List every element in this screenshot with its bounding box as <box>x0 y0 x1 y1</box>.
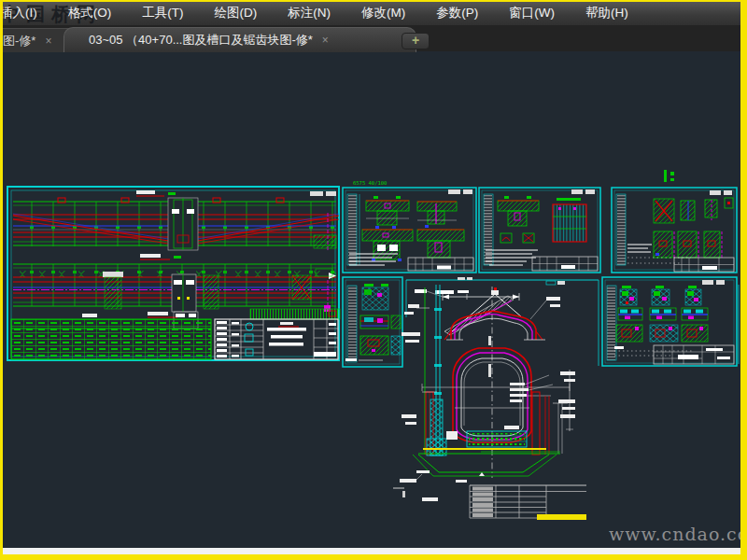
frame-border-left <box>0 0 3 560</box>
menu-window[interactable]: 窗口(W) <box>509 5 555 21</box>
menu-draw[interactable]: 绘图(D) <box>215 5 258 21</box>
sheet-notch-details-1 <box>343 188 476 273</box>
grid-row-2 <box>618 308 708 320</box>
menu-parametric[interactable]: 参数(P) <box>436 5 478 21</box>
legend-table <box>393 485 586 520</box>
tab-doc-2-active[interactable]: 03~05 （40+70...图及槽口及锯齿块图-修* × <box>63 27 416 52</box>
menu-dimension[interactable]: 标注(N) <box>288 5 331 21</box>
sheet-notes <box>486 250 538 265</box>
sheet-notch-details-2 <box>479 188 600 273</box>
watermark-bottomright: www.cndao.com <box>609 524 747 544</box>
sheet-grid-details <box>602 277 739 366</box>
menu-bar: 中国桥网 插入(I) 格式(O) 工具(T) 绘图(D) 标注(N) 修改(M)… <box>0 1 747 25</box>
cad-model-space: 6575 40/100 <box>0 51 747 548</box>
menu-tools[interactable]: 工具(T) <box>142 5 183 21</box>
new-tab-button[interactable]: + <box>402 33 430 49</box>
close-tab-icon[interactable]: × <box>45 36 51 46</box>
green-data-table <box>11 319 211 359</box>
close-tab-icon[interactable]: × <box>322 35 329 45</box>
upper-section-band <box>13 198 339 250</box>
tunnel-cross-section <box>400 285 575 483</box>
bottom-strip <box>0 548 747 554</box>
drawing-canvas[interactable]: 6575 40/100 <box>0 51 747 548</box>
frame-border-right <box>740 0 747 560</box>
red-bordered-table <box>553 204 586 242</box>
cad-window: 中国桥网 插入(I) 格式(O) 工具(T) 绘图(D) 标注(N) 修改(M)… <box>0 0 747 560</box>
document-tab-bar: 图-修* × 03~05 （40+70...图及槽口及锯齿块图-修* × + <box>0 25 747 51</box>
grid-row-3 <box>616 325 708 342</box>
tab-label: 图-修* <box>3 33 35 49</box>
yellow-highlight-bar <box>537 514 586 520</box>
details-row-2 <box>654 231 722 259</box>
small-green-marks <box>664 170 674 182</box>
title-block <box>532 257 598 271</box>
title-block <box>408 258 473 271</box>
menu-help[interactable]: 帮助(H) <box>585 5 628 21</box>
frame-border-bottom <box>0 554 747 560</box>
title-block-sheet1 <box>215 319 338 359</box>
menu-insert[interactable]: 插入(I) <box>0 5 37 21</box>
green-comb-strip <box>250 309 340 327</box>
sheet-small-details <box>343 277 402 367</box>
tab-label: 03~05 （40+70...图及槽口及锯齿块图-修* <box>89 32 313 49</box>
canvas-coordinate-note: 6575 40/100 <box>353 180 387 186</box>
menu-modify[interactable]: 修改(M) <box>361 5 405 21</box>
menu-format[interactable]: 格式(O) <box>68 5 112 21</box>
title-block <box>654 345 734 364</box>
sheet-longitudinal-sections <box>7 187 340 360</box>
t-block-details <box>362 196 464 261</box>
grid-row-1 <box>620 286 701 305</box>
sheet-sawtooth-details <box>612 188 737 273</box>
frame-border-top <box>0 0 747 2</box>
